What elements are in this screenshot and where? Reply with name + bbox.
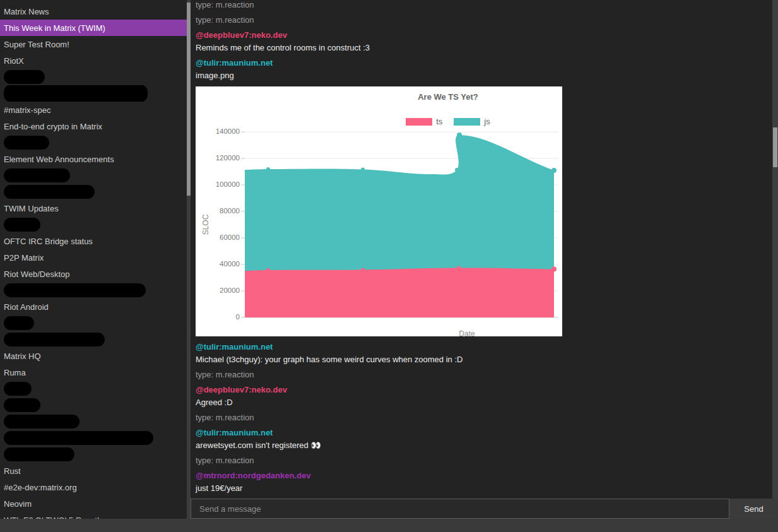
message-text: image.png xyxy=(196,71,772,80)
room-item[interactable]: TWIM Updates xyxy=(0,200,187,216)
message: @mtrnord:nordgedanken.devjust 19€/year xyxy=(196,471,772,493)
redacted-room-name xyxy=(4,70,45,84)
event-type-label: type: m.reaction xyxy=(196,413,772,422)
room-item[interactable]: Neovim xyxy=(0,495,187,512)
room-item[interactable]: End-to-end crypto in Matrix xyxy=(0,118,187,134)
room-item-active[interactable]: This Week in Matrix (TWIM) xyxy=(0,20,187,36)
message-sender[interactable]: @tulir:maunium.net xyxy=(196,429,772,437)
y-axis-tick-label: 40000 xyxy=(196,260,240,268)
room-item-redacted[interactable] xyxy=(0,397,187,413)
redacted-room-name xyxy=(4,136,49,150)
room-item-redacted[interactable] xyxy=(0,134,187,151)
redacted-room-name xyxy=(4,333,105,346)
room-item-redacted[interactable] xyxy=(0,167,187,184)
redacted-room-name xyxy=(4,85,148,102)
legend-item[interactable]: js xyxy=(454,117,490,126)
data-point-js xyxy=(457,133,462,138)
room-item-redacted[interactable] xyxy=(0,85,187,102)
event-type-label: type: m.reaction xyxy=(196,456,772,465)
data-point-ts xyxy=(551,267,557,272)
y-axis-tick-label: 0 xyxy=(196,313,240,321)
timeline-scrollbar-track[interactable] xyxy=(772,0,778,499)
redacted-room-name xyxy=(4,283,146,297)
event-type-label: type: m.reaction xyxy=(196,370,772,379)
room-item[interactable]: Riot Android xyxy=(0,299,187,315)
message-sender[interactable]: @tulir:maunium.net xyxy=(196,343,772,352)
redacted-room-name xyxy=(4,218,40,232)
room-item[interactable]: Super Test Room! xyxy=(0,36,187,52)
chart-title: Are We TS Yet? xyxy=(284,92,562,102)
legend-swatch xyxy=(454,118,480,126)
data-point-js xyxy=(551,168,557,173)
matrix-client-window: Matrix NewsThis Week in Matrix (TWIM)Sup… xyxy=(0,0,778,532)
y-axis-title: SLOC xyxy=(201,205,210,244)
message-text: Reminds me of the control rooms in const… xyxy=(196,44,772,52)
chart-legend: tsjs xyxy=(284,117,562,126)
message-composer: Send xyxy=(191,499,778,519)
redacted-room-name xyxy=(4,168,70,182)
message-text: just 19€/year xyxy=(196,484,772,493)
message-text: arewetsyet.com isn't registered 👀 xyxy=(196,441,772,450)
data-point-js xyxy=(455,168,459,172)
timeline-scrollbar-thumb[interactable] xyxy=(773,127,777,167)
room-item[interactable]: Ruma xyxy=(0,364,187,381)
room-item[interactable]: Matrix HQ xyxy=(0,348,187,364)
room-item[interactable]: Matrix News xyxy=(0,3,187,20)
room-item[interactable]: Riot Web/Desktop xyxy=(0,266,187,282)
message: @tulir:maunium.netarewetsyet.com isn't r… xyxy=(196,429,772,450)
data-point-ts xyxy=(457,266,461,269)
y-axis-tick-label: 140000 xyxy=(196,127,240,135)
room-item-redacted[interactable] xyxy=(0,282,187,299)
event-type-label: type: m.reaction xyxy=(196,16,772,25)
event-type-label: type: m.reaction xyxy=(196,1,772,9)
x-axis-title: Date xyxy=(445,329,489,336)
message-attachment-image[interactable]: 020000400006000080000100000120000140000A… xyxy=(196,86,562,336)
data-point-js xyxy=(266,167,270,171)
room-item-redacted[interactable] xyxy=(0,315,187,331)
message-timeline: type: m.reactiontype: m.reaction@deepblu… xyxy=(191,0,772,499)
message-sender[interactable]: @deepbluev7:neko.dev xyxy=(196,31,772,40)
legend-label: ts xyxy=(436,117,442,126)
room-item-redacted[interactable] xyxy=(0,381,187,397)
room-item[interactable]: Element Web Announcements xyxy=(0,151,187,167)
room-item-redacted[interactable] xyxy=(0,184,187,200)
message-sender[interactable]: @mtrnord:nordgedanken.dev xyxy=(196,471,772,480)
legend-label: js xyxy=(484,117,490,126)
send-button[interactable]: Send xyxy=(729,499,778,519)
y-axis-tick-label: 120000 xyxy=(196,154,240,162)
room-item[interactable]: RiotX xyxy=(0,52,187,69)
room-item-redacted[interactable] xyxy=(0,446,187,463)
room-list: Matrix NewsThis Week in Matrix (TWIM)Sup… xyxy=(0,0,187,519)
data-point-ts xyxy=(361,268,365,271)
room-item[interactable]: OFTC IRC Bridge status xyxy=(0,233,187,249)
redacted-room-name xyxy=(4,415,80,429)
message-text: Michael (t3chguy): your graph has some w… xyxy=(196,355,772,364)
message: @tulir:maunium.netMichael (t3chguy): you… xyxy=(196,343,772,364)
redacted-room-name xyxy=(4,431,153,445)
legend-swatch xyxy=(406,118,432,126)
room-item[interactable]: Rust xyxy=(0,463,187,479)
data-point-ts xyxy=(266,268,270,272)
message-input[interactable] xyxy=(191,499,729,519)
y-axis-tick-label: 20000 xyxy=(196,287,240,294)
message: @tulir:maunium.netimage.png0200004000060… xyxy=(196,59,772,336)
room-item-redacted[interactable] xyxy=(0,430,187,446)
room-item-redacted[interactable] xyxy=(0,331,187,348)
legend-item[interactable]: ts xyxy=(406,117,442,126)
data-point-js xyxy=(361,167,365,171)
redacted-room-name xyxy=(4,316,34,330)
series-area-ts xyxy=(245,268,554,317)
room-item[interactable]: #matrix-spec xyxy=(0,102,187,118)
room-item-redacted[interactable] xyxy=(0,69,187,85)
room-item-clipped[interactable]: WTh Efl Ol TWOl 5 Roost! xyxy=(0,512,187,519)
redacted-room-name xyxy=(4,398,40,412)
room-item[interactable]: P2P Matrix xyxy=(0,249,187,266)
room-item-redacted[interactable] xyxy=(0,413,187,430)
message-sender[interactable]: @tulir:maunium.net xyxy=(196,59,772,68)
message-sender[interactable]: @deepbluev7:neko.dev xyxy=(196,386,772,394)
room-item[interactable]: #e2e-dev:matrix.org xyxy=(0,479,187,495)
message: @deepbluev7:neko.devAgreed :D xyxy=(196,386,772,407)
redacted-room-name xyxy=(4,382,32,396)
y-axis-tick-label: 100000 xyxy=(196,180,240,188)
room-item-redacted[interactable] xyxy=(0,216,187,233)
